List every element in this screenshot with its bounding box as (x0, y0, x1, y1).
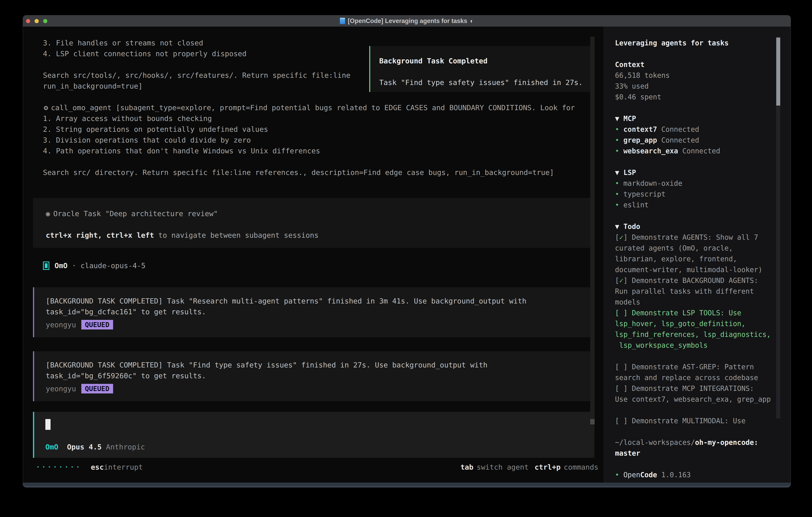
tool-call-line: ⚙call_omo_agent [subagent_type=explore, … (23, 102, 603, 113)
todo-item-done: [✓] Demonstrate BACKGROUND AGENTS: (615, 275, 780, 286)
mcp-item: •context7 Connected (615, 124, 780, 135)
gear-icon: ⚙ (44, 104, 48, 112)
omo-agent-icon (43, 262, 49, 270)
close-button[interactable] (26, 19, 30, 23)
toast-body: Task "Find type safety issues" finished … (379, 77, 592, 88)
todo-item-line: lsp_find_references, lsp_diagnostics, (615, 329, 780, 340)
commands-label: commands (564, 463, 599, 471)
context-spent: $0.46 spent (615, 91, 780, 102)
task-message-line: task_id="bg_6f59260c" to get results. (46, 371, 594, 381)
todo-item-line: librarian, explore, frontend, (615, 253, 780, 264)
input-model-row: OmO Opus 4.5 Anthropic (46, 443, 145, 451)
lsp-item: •markdown-oxide (615, 178, 780, 189)
todo-item-pending: [ ] Demonstrate MULTIMODAL: Use (615, 415, 780, 426)
output-line: 4. Path operations that don't handle Win… (23, 145, 603, 156)
window-title: [OpenCode] Leveraging agents for tasks ◐ (340, 18, 474, 25)
agent-model: claude-opus-4-5 (81, 262, 145, 270)
input-agent-label: OmO (46, 443, 58, 451)
background-task-card: [BACKGROUND TASK COMPLETED] Task "Find t… (33, 351, 594, 401)
window-titlebar[interactable]: [OpenCode] Leveraging agents for tasks ◐ (23, 16, 791, 27)
chevron-down-icon: ▼ (615, 168, 624, 176)
record-icon: ◉ (46, 210, 50, 218)
tool-call-text: call_omo_agent [subagent_type=explore, p… (51, 104, 575, 112)
task-meta-row: yeongyu QUEUED (46, 319, 594, 331)
workdir-path: ~/local-workspaces/oh-my-opencode: (615, 437, 780, 448)
minimize-button[interactable] (35, 19, 39, 23)
output-line: Search src/ directory. Return specific f… (23, 167, 603, 178)
todo-item-line: document-writer, multimodal-looker) (615, 264, 780, 275)
background-task-card: [BACKGROUND TASK COMPLETED] Task "Resear… (33, 287, 594, 337)
bullet-icon: • (615, 178, 624, 189)
window-bottom-strip (23, 483, 791, 487)
document-icon (340, 18, 345, 24)
todo-item-line: search and replace across codebase (615, 372, 780, 383)
input-provider-label: Anthropic (106, 443, 145, 451)
esc-hotkey: esc (91, 463, 104, 471)
session-sidebar: Leveraging agents for tasks Context 66,5… (603, 27, 791, 483)
todo-item-line: Use context7, websearch_exa, grep_app (615, 394, 780, 405)
status-badge: QUEUED (81, 384, 113, 393)
todo-item-line: lsp_hover, lsp_goto_definition, (615, 318, 780, 329)
traffic-lights (26, 16, 47, 27)
mcp-section-header[interactable]: ▼ MCP (615, 113, 780, 124)
agent-name: OmO (55, 262, 67, 270)
lsp-section-header[interactable]: ▼ LSP (615, 167, 780, 178)
todo-item-line: curated agents (OmO, oracle, (615, 243, 780, 253)
bullet-icon: • (615, 469, 624, 480)
bullet-icon: • (615, 135, 624, 145)
text-cursor (46, 419, 51, 430)
chevron-down-icon: ▼ (615, 114, 624, 123)
chat-scrollbar[interactable] (590, 36, 594, 425)
output-line: 2. String operations on potentially unde… (23, 124, 603, 135)
context-tokens: 66,518 tokens (615, 70, 780, 81)
lsp-item: •typescript (615, 189, 780, 199)
app-version: •OpenCode 1.0.163 (615, 469, 780, 480)
task-author: yeongyu (46, 321, 76, 329)
oracle-task-panel: ◉Oracle Task "Deep architecture review" … (33, 198, 594, 248)
chevron-down-icon: ▼ (615, 222, 624, 230)
zoom-button[interactable] (43, 19, 47, 23)
chat-scrollbar-thumb[interactable] (590, 419, 594, 425)
task-message-line: [BACKGROUND TASK COMPLETED] Task "Resear… (46, 296, 594, 306)
check-icon: ✓ (619, 233, 624, 241)
mcp-item: •grep_app Connected (615, 135, 780, 145)
todo-item-line: models (615, 297, 780, 307)
output-line: 3. Division operations that could divide… (23, 135, 603, 145)
task-meta-row: yeongyu QUEUED (46, 382, 594, 395)
tab-hotkey: tab (460, 463, 473, 471)
task-author: yeongyu (46, 385, 76, 393)
todo-item-pending: [ ] Demonstrate AST-GREP: Pattern (615, 361, 780, 372)
spinner-dots-icon: •••••••• (36, 464, 82, 470)
mcp-item: •websearch_exa Connected (615, 145, 780, 156)
context-header: Context (615, 59, 780, 70)
sidebar-scrollbar-thumb[interactable] (776, 37, 780, 106)
session-title: Leveraging agents for tasks (615, 37, 780, 48)
todo-item-pending: [ ] Demonstrate MCP INTEGRATIONS: (615, 383, 780, 394)
todo-section-header[interactable]: ▼ Todo (615, 221, 780, 232)
oracle-task-title: ◉Oracle Task "Deep architecture review" (46, 208, 594, 219)
context-used: 33% used (615, 81, 780, 91)
ctrlp-hotkey: ctrl+p (535, 463, 561, 471)
hint-text: to navigate between subagent sessions (154, 231, 319, 239)
git-branch: master (615, 448, 780, 459)
lsp-item: •eslint (615, 199, 780, 210)
subagent-nav-hint: ctrl+x right, ctrl+x left to navigate be… (46, 230, 594, 241)
sidebar-scrollbar[interactable] (776, 36, 780, 418)
status-bar: •••••••• esc interrupt tab switch agent … (23, 463, 603, 471)
input-model-label: Opus 4.5 (67, 443, 102, 451)
background-task-toast: Background Task Completed Task "Find typ… (369, 46, 593, 92)
todo-item-line: Run parallel tasks with different (615, 286, 780, 297)
chat-pane: 3. File handles or streams not closed 4.… (23, 27, 603, 483)
check-icon: ✓ (619, 276, 624, 284)
todo-item-line: lsp_workspace_symbols (615, 340, 780, 351)
todo-item-done: [✓] Demonstrate AGENTS: Show all 7 (615, 232, 780, 243)
separator-dot: · (67, 262, 81, 270)
window-title-text: [OpenCode] Leveraging agents for tasks (348, 18, 467, 25)
bullet-icon: • (615, 189, 624, 199)
task-message-line: task_id="bg_dcfac161" to get results. (46, 306, 594, 317)
status-right-group: tab switch agent ctrl+p commands (460, 463, 599, 471)
hotkey-label: ctrl+x right, ctrl+x left (46, 231, 154, 239)
prompt-input[interactable]: OmO Opus 4.5 Anthropic (33, 412, 594, 458)
switch-agent-label: switch agent (476, 463, 528, 471)
agent-header: OmO · claude-opus-4-5 (23, 260, 603, 271)
